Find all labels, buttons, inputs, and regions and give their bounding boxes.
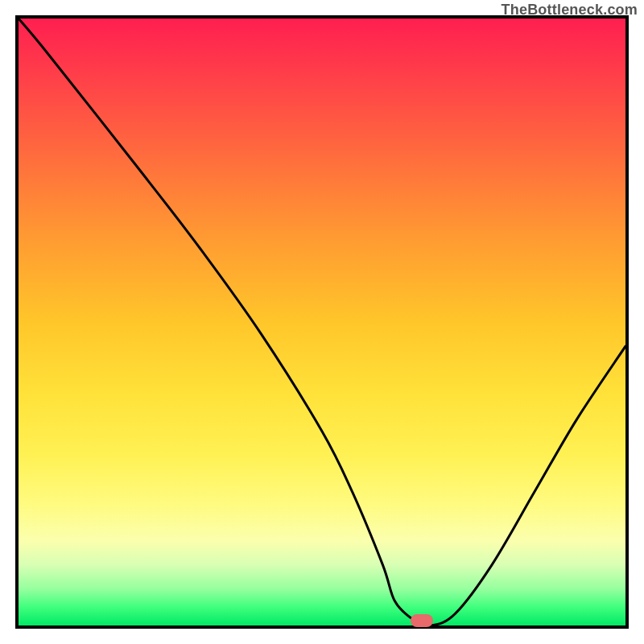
chart-minimum-marker [411,614,433,627]
chart-curve [19,19,625,625]
chart-frame [15,15,629,629]
chart-plot-area [19,19,625,625]
